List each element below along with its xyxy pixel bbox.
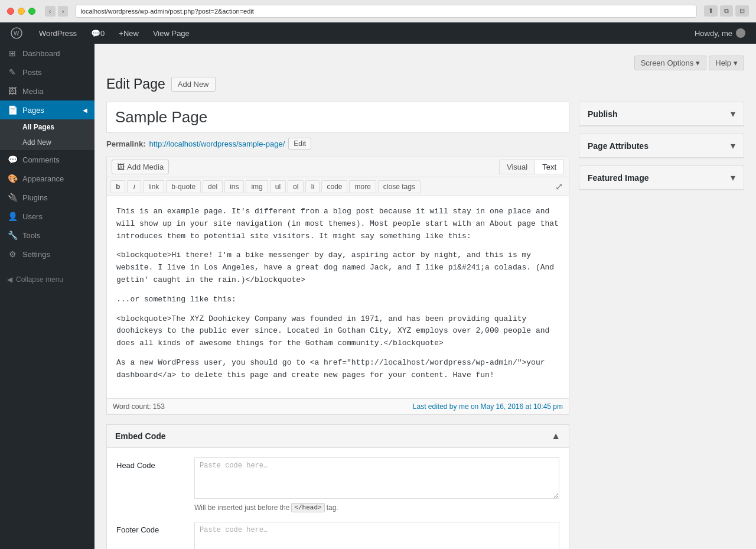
editor-content[interactable]: This is an example page. It's different … [107, 196, 569, 398]
expand-editor-button[interactable]: ⤢ [553, 180, 565, 193]
wp-logo-item[interactable]: W [5, 22, 31, 44]
publish-panel: Publish ▾ [579, 102, 744, 126]
pages-icon: 📄 [7, 105, 18, 115]
users-icon: 👤 [7, 212, 18, 221]
page-attributes-panel-header[interactable]: Page Attributes ▾ [579, 134, 744, 158]
wp-layout: ⊞ Dashboard ✎ Posts 🖼 Media 📄 Pages ◀ Al… [0, 44, 756, 549]
fullscreen-button[interactable] [28, 8, 35, 15]
post-title-input[interactable] [106, 102, 569, 133]
new-item[interactable]: + New [113, 22, 145, 44]
collapse-menu-label: Collapse menu [16, 275, 63, 284]
head-code-textarea[interactable] [194, 457, 559, 499]
sidebar-item-dashboard[interactable]: ⊞ Dashboard [0, 44, 94, 63]
embed-body: Head Code Will be inserted just before t… [107, 448, 569, 549]
user-avatar [736, 28, 745, 38]
page-attributes-toggle-icon: ▾ [731, 140, 735, 151]
tools-icon: 🔧 [7, 230, 18, 240]
format-ol-button[interactable]: ol [288, 180, 304, 193]
head-code-label: Head Code [116, 457, 187, 512]
sidebar-toggle-button[interactable]: ⊟ [735, 5, 749, 17]
tab-button[interactable]: ⧉ [720, 5, 733, 17]
tab-visual[interactable]: Visual [499, 160, 535, 174]
format-del-button[interactable]: del [203, 180, 223, 193]
url-bar[interactable]: localhost/wordpress/wp-admin/post.php?po… [75, 5, 697, 18]
sidebar-item-label: Appearance [22, 174, 64, 183]
last-edited-text: Last edited by me on May 16, 2016 at 10:… [413, 402, 563, 411]
sidebar-item-pages[interactable]: 📄 Pages ◀ [0, 100, 94, 119]
add-media-button[interactable]: 🖼 Add Media [112, 160, 169, 174]
embed-header[interactable]: Embed Code ▲ [107, 425, 569, 448]
format-link-button[interactable]: link [143, 180, 164, 193]
edit-permalink-button[interactable]: Edit [288, 138, 311, 150]
format-ins-button[interactable]: ins [224, 180, 244, 193]
format-bold-button[interactable]: b [110, 180, 125, 193]
page-title: Edit Page [106, 76, 165, 92]
sidebar-item-label: Users [22, 212, 43, 221]
permalink-link[interactable]: http://localhost/wordpress/sample-page/ [149, 139, 285, 148]
sidebar-item-label: Plugins [22, 193, 48, 202]
back-button[interactable]: ‹ [45, 6, 56, 17]
comments-count: 0 [100, 29, 105, 38]
browser-nav[interactable]: ‹ › [45, 6, 68, 17]
dashboard-icon: ⊞ [7, 48, 18, 58]
format-toolbar: b i link b-quote del ins img ul ol li co… [107, 177, 569, 196]
add-media-label: Add Media [127, 163, 164, 171]
tab-text[interactable]: Text [535, 160, 564, 174]
minimize-button[interactable] [18, 8, 25, 15]
close-button[interactable] [7, 8, 14, 15]
forward-button[interactable]: › [58, 6, 69, 17]
sidebar-item-users[interactable]: 👤 Users [0, 207, 94, 226]
word-count-area: Word count: 153 [113, 402, 165, 411]
mac-titlebar: ‹ › localhost/wordpress/wp-admin/post.ph… [0, 0, 756, 22]
share-button[interactable]: ⬆ [704, 5, 718, 17]
sidebar-sub-all-pages[interactable]: All Pages [0, 119, 94, 135]
sidebar-menu: ⊞ Dashboard ✎ Posts 🖼 Media 📄 Pages ◀ [0, 44, 94, 119]
sidebar-item-plugins[interactable]: 🔌 Plugins [0, 188, 94, 207]
format-code-button[interactable]: code [321, 180, 347, 193]
format-bquote-button[interactable]: b-quote [166, 180, 201, 193]
head-code-row: Head Code Will be inserted just before t… [116, 457, 559, 512]
sidebar-item-appearance[interactable]: 🎨 Appearance [0, 169, 94, 188]
editor-tabs: Visual Text [499, 160, 564, 174]
wp-editor: 🖼 Add Media Visual Text b i link b-q [106, 157, 569, 415]
sidebar-item-label: Posts [22, 68, 42, 77]
sidebar-item-settings[interactable]: ⚙ Settings [0, 245, 94, 264]
sidebar-sub-add-new[interactable]: Add New [0, 135, 94, 150]
format-li-button[interactable]: li [305, 180, 320, 193]
permalink-row: Permalink: http://localhost/wordpress/sa… [106, 138, 569, 150]
wp-logo-icon: W [11, 27, 22, 39]
format-italic-button[interactable]: i [127, 180, 141, 193]
footer-code-textarea[interactable] [194, 522, 559, 549]
embed-toggle-icon: ▲ [551, 431, 561, 441]
add-new-button[interactable]: Add New [171, 77, 216, 92]
posts-icon: ✎ [7, 67, 18, 77]
sidebar-item-tools[interactable]: 🔧 Tools [0, 226, 94, 245]
publish-panel-title: Publish [588, 109, 618, 119]
sidebar-item-comments[interactable]: 💬 Comments [0, 150, 94, 169]
publish-toggle-icon: ▾ [731, 108, 735, 119]
page-header: Edit Page Add New [106, 76, 744, 92]
window-actions[interactable]: ⬆ ⧉ ⊟ [704, 5, 749, 17]
screen-options-label: Screen Options [641, 59, 694, 67]
format-ul-button[interactable]: ul [270, 180, 286, 193]
featured-image-panel-header[interactable]: Featured Image ▾ [579, 166, 744, 190]
sidebar-item-posts[interactable]: ✎ Posts [0, 63, 94, 82]
format-more-button[interactable]: more [349, 180, 376, 193]
screen-options-button[interactable]: Screen Options ▾ [634, 56, 707, 70]
format-close-tags-button[interactable]: close tags [378, 180, 421, 193]
embed-section: Embed Code ▲ Head Code Will be inserted … [106, 424, 569, 549]
sidebar-item-label: Comments [22, 155, 60, 164]
wp-admin-bar: W WordPress 💬 0 + New View Page Howdy, m… [0, 22, 756, 44]
site-name-item[interactable]: WordPress [33, 22, 83, 44]
page-attributes-title: Page Attributes [588, 141, 649, 151]
format-img-button[interactable]: img [246, 180, 268, 193]
mac-window-controls[interactable] [7, 8, 35, 15]
collapse-menu-button[interactable]: ◀ Collapse menu [0, 268, 94, 291]
publish-panel-header[interactable]: Publish ▾ [579, 102, 744, 126]
help-button[interactable]: Help ▾ [709, 56, 744, 70]
permalink-label: Permalink: [106, 139, 145, 148]
sidebar-item-media[interactable]: 🖼 Media [0, 82, 94, 100]
svg-text:W: W [14, 30, 19, 37]
comments-item[interactable]: 💬 0 [85, 22, 110, 44]
view-page-item[interactable]: View Page [147, 22, 195, 44]
